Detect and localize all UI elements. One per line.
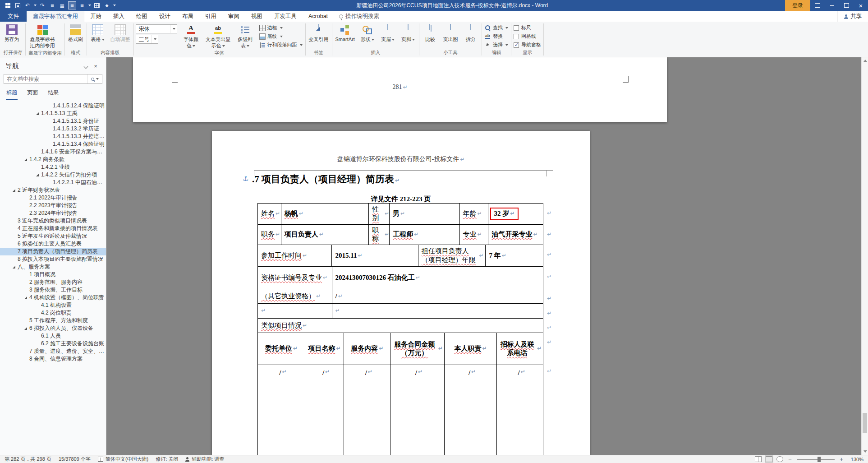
heading-tree-item[interactable]: 7 项目负责人（项目经理）简历表 bbox=[0, 248, 106, 255]
navigation-pane-checkbox[interactable]: 导航窗格 bbox=[512, 41, 542, 49]
redo-icon[interactable] bbox=[38, 1, 46, 9]
heading-tree-item[interactable]: 1.4.1.5.12.4 保险证明 bbox=[0, 102, 106, 110]
close-button[interactable] bbox=[854, 0, 868, 11]
heading-tree-item[interactable]: 6 拟投入的人员、仪器设备 bbox=[0, 324, 106, 332]
ruler-checkbox[interactable]: 标尺 bbox=[512, 24, 542, 32]
ribbon-tab[interactable]: 设计 bbox=[153, 11, 176, 22]
nav-tab-results[interactable]: 结果 bbox=[47, 87, 59, 100]
compare-button[interactable]: 比较 bbox=[420, 23, 440, 43]
find-button[interactable]: 查找 bbox=[483, 24, 510, 32]
ribbon-tab[interactable]: 绘图 bbox=[130, 11, 153, 22]
ribbon-tab[interactable]: 审阅 bbox=[222, 11, 245, 22]
ribbon-tab[interactable]: 视图 bbox=[245, 11, 268, 22]
undo-icon[interactable] bbox=[23, 1, 32, 9]
heading-tree-item[interactable]: 6.1 人员 bbox=[0, 332, 106, 340]
line-spacing-dropdown-icon[interactable] bbox=[88, 5, 91, 6]
smartart-button[interactable]: SmartArt bbox=[333, 23, 357, 43]
navigation-pane-options-button[interactable] bbox=[81, 63, 91, 69]
maximize-button[interactable] bbox=[839, 0, 854, 11]
navigation-pane-close-button[interactable]: × bbox=[91, 63, 101, 69]
cross-reference-button[interactable]: 交叉引用 bbox=[307, 23, 331, 43]
ribbon-tab[interactable]: 开始 bbox=[84, 11, 107, 22]
expand-arrow-icon[interactable] bbox=[36, 112, 39, 115]
zoom-slider[interactable] bbox=[797, 459, 835, 460]
shading-qat-icon[interactable] bbox=[103, 1, 111, 9]
heading-tree-item[interactable]: 1.4.2.2.1 中国石油招标... bbox=[0, 179, 106, 186]
scroll-up-icon[interactable] bbox=[863, 60, 867, 62]
heading-tree-item[interactable]: 4.1 机构设置 bbox=[0, 301, 106, 309]
autofit-button[interactable]: 自动调整 bbox=[108, 23, 133, 43]
text-highlight-button[interactable]: 文本突出显示色 bbox=[203, 23, 233, 50]
heading-tree-item[interactable]: 8 拟投入本项目的主要设施配置情况 bbox=[0, 255, 106, 263]
heading-tree-item[interactable]: 6 拟委任的主要人员汇总表 bbox=[0, 240, 106, 248]
split-button[interactable]: 拆分 bbox=[461, 23, 481, 43]
page-281[interactable]: 281↵ bbox=[133, 57, 667, 122]
expand-arrow-icon[interactable] bbox=[13, 266, 15, 269]
page-picture-button[interactable]: 页出图 bbox=[441, 23, 460, 43]
heading-tree-item[interactable]: 2.2 2023年审计报告 bbox=[0, 202, 106, 209]
heading-tree-item[interactable]: 1.4.1.5.13.3 井控培训... bbox=[0, 133, 106, 140]
heading-tree-item[interactable]: 2.3 2024年审计报告 bbox=[0, 209, 106, 217]
shading-button[interactable]: 底纹 bbox=[257, 32, 304, 40]
header-button[interactable]: 页眉 bbox=[378, 23, 398, 43]
heading-tree-item[interactable]: 5 工作程序、方法和制度 bbox=[0, 317, 106, 324]
heading-tree-item[interactable]: 4 正在服务和新承接的项目情况表 bbox=[0, 225, 106, 232]
zoom-out-button[interactable]: − bbox=[787, 456, 793, 463]
font-size-combo[interactable]: 三号 bbox=[136, 35, 158, 44]
heading-tree-item[interactable]: 2 服务范围、服务内容 bbox=[0, 278, 106, 286]
zoom-level[interactable]: 130% bbox=[848, 457, 863, 462]
print-layout-button[interactable] bbox=[766, 456, 772, 462]
line-spacing-button[interactable]: 行和段落间距 bbox=[257, 41, 304, 49]
zoom-in-button[interactable]: + bbox=[839, 456, 844, 463]
heading-tree-item[interactable]: 八、服务方案 bbox=[0, 263, 106, 271]
word-count[interactable]: 15/37809 个字 bbox=[59, 456, 91, 463]
heading-tree-item[interactable]: 1.4.1.5.13 王禹 bbox=[0, 110, 106, 117]
xsy-internal-button[interactable]: 鑫晟宇标书汇内部专用 bbox=[27, 23, 58, 50]
web-layout-button[interactable] bbox=[776, 456, 783, 462]
font-name-combo[interactable]: 宋体 bbox=[136, 24, 177, 33]
heading-tree-item[interactable]: 1.4.1.5.13.2 学历证 bbox=[0, 125, 106, 133]
borders-button[interactable]: 边框 bbox=[257, 24, 304, 32]
save-icon[interactable] bbox=[14, 1, 22, 9]
ribbon-tab[interactable]: 引用 bbox=[199, 11, 222, 22]
document-canvas[interactable]: 281↵ 盘锦道博尔环保科技股份有限公司-投标文件↵ ⚓ .7 项目负责人（项目… bbox=[106, 57, 868, 455]
ribbon-display-options-button[interactable] bbox=[810, 0, 825, 11]
heading-tree-item[interactable]: 2 近年财务状况表 bbox=[0, 186, 106, 194]
zoom-slider-thumb[interactable] bbox=[817, 457, 821, 462]
search-input[interactable] bbox=[4, 76, 87, 82]
track-changes-indicator[interactable]: 修订: 关闭 bbox=[156, 456, 178, 463]
shapes-button[interactable]: 形状 bbox=[358, 23, 377, 43]
ribbon-tab[interactable]: 插入 bbox=[107, 11, 130, 22]
tell-me-search[interactable]: 操作说明搜索 bbox=[334, 11, 385, 22]
search-button[interactable] bbox=[87, 74, 102, 83]
language-indicator[interactable]: 简体中文(中国大陆) bbox=[98, 456, 148, 463]
align-left-icon[interactable] bbox=[48, 1, 56, 9]
heading-tree-item[interactable]: 7 质量、进度、造价、安全、环保... bbox=[0, 347, 106, 355]
table-button[interactable]: 表格 bbox=[88, 23, 108, 43]
ribbon-tab[interactable]: 布局 bbox=[176, 11, 199, 22]
heading-tree-item[interactable]: 4.2 岗位职责 bbox=[0, 309, 106, 317]
heading-tree-item[interactable]: 2.1 2022年审计报告 bbox=[0, 194, 106, 202]
replace-button[interactable]: 替换 bbox=[483, 32, 510, 40]
ribbon-tab[interactable]: 开发工具 bbox=[268, 11, 303, 22]
align-center-icon[interactable] bbox=[58, 1, 66, 9]
heading-tree-item[interactable]: 1.4.2.1 业绩 bbox=[0, 163, 106, 171]
heading-tree-item[interactable]: 4 机构设置（框图）、岗位职责 bbox=[0, 294, 106, 301]
heading-tree-item[interactable]: 1.4.2.2 失信行为扣分项 bbox=[0, 171, 106, 179]
minimize-button[interactable] bbox=[825, 0, 839, 11]
heading-tree-item[interactable]: 1.4.2 商务条款 bbox=[0, 156, 106, 163]
font-color-button[interactable]: 字体颜色 bbox=[179, 23, 203, 50]
expand-arrow-icon[interactable] bbox=[36, 174, 39, 176]
expand-arrow-icon[interactable] bbox=[24, 327, 27, 330]
align-justify-icon[interactable] bbox=[68, 1, 76, 9]
expand-arrow-icon[interactable] bbox=[24, 158, 27, 161]
expand-arrow-icon[interactable] bbox=[24, 296, 27, 299]
heading-tree-item[interactable]: 3 服务依据、工作目标 bbox=[0, 286, 106, 294]
undo-dropdown-icon[interactable] bbox=[34, 5, 37, 6]
page-indicator[interactable]: 第 282 页，共 298 页 bbox=[5, 456, 51, 463]
multilevel-list-button[interactable]: 多级列表 bbox=[234, 23, 257, 50]
heading-tree-item[interactable]: 1 项目概况 bbox=[0, 271, 106, 278]
expand-arrow-icon[interactable] bbox=[13, 189, 15, 192]
nav-tab-pages[interactable]: 页面 bbox=[27, 87, 38, 100]
heading-tree-item[interactable]: 1.4.1.6 安全环保方案与措施 bbox=[0, 148, 106, 156]
